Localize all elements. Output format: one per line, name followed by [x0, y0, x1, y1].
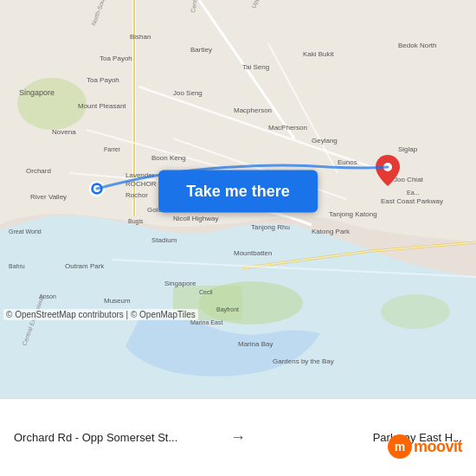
svg-text:Kaki Bukit: Kaki Bukit: [303, 50, 334, 58]
origin-label: Orchard Rd - Opp Somerset St...: [14, 431, 223, 444]
svg-text:East Coast Parkway: East Coast Parkway: [381, 197, 443, 205]
map-attribution: © OpenStreetMap contributors | © OpenMap…: [3, 309, 198, 320]
svg-text:Joo Seng: Joo Seng: [173, 89, 203, 97]
svg-text:Singapore: Singapore: [19, 88, 55, 97]
svg-point-13: [381, 294, 450, 329]
map-container: Singapore Novena Orchard River Valley Gr…: [0, 0, 476, 398]
svg-text:Cecil: Cecil: [199, 289, 213, 295]
svg-text:Nicoll Highway: Nicoll Highway: [173, 215, 218, 222]
svg-text:Boon Keng: Boon Keng: [151, 154, 186, 162]
svg-point-10: [17, 78, 87, 130]
svg-text:River Valley: River Valley: [30, 193, 67, 201]
svg-text:Bayfront: Bayfront: [216, 306, 239, 313]
svg-text:Bartley: Bartley: [190, 46, 212, 54]
svg-text:Siglap: Siglap: [398, 145, 418, 153]
svg-text:Tai Seng: Tai Seng: [242, 63, 269, 71]
svg-text:Marina East: Marina East: [190, 319, 222, 325]
svg-text:Stadium: Stadium: [151, 236, 177, 244]
svg-text:Joo Chiat: Joo Chiat: [394, 176, 424, 183]
svg-text:Orchard: Orchard: [26, 167, 51, 175]
svg-text:Katong Park: Katong Park: [312, 228, 351, 235]
arrow-right-icon: →: [230, 428, 246, 447]
svg-text:Farrer: Farrer: [104, 146, 121, 152]
svg-text:Toa Payoh: Toa Payoh: [100, 55, 132, 62]
svg-text:Mountbatten: Mountbatten: [234, 249, 272, 257]
svg-text:Mount Pleasant: Mount Pleasant: [78, 102, 126, 110]
svg-text:Eunos: Eunos: [338, 158, 357, 166]
svg-text:Tanjong Katong: Tanjong Katong: [329, 210, 377, 218]
svg-text:Geylang: Geylang: [312, 137, 338, 145]
svg-text:Rochor: Rochor: [125, 191, 148, 199]
svg-text:Museum: Museum: [104, 297, 131, 305]
svg-text:Gardens by the Bay: Gardens by the Bay: [273, 357, 334, 365]
svg-text:Tanjong Rhu: Tanjong Rhu: [251, 223, 290, 231]
svg-text:MacPherson: MacPherson: [268, 124, 307, 132]
moovit-logo-icon: m: [388, 434, 412, 459]
moovit-logo: m moovit: [388, 434, 462, 459]
svg-text:Singapore: Singapore: [164, 280, 196, 287]
svg-text:Bishan: Bishan: [130, 33, 151, 41]
moovit-logo-text: moovit: [414, 438, 462, 456]
svg-text:Macpherson: Macpherson: [234, 106, 272, 114]
svg-text:Marina Bay: Marina Bay: [238, 340, 273, 348]
svg-text:Bugis: Bugis: [128, 218, 144, 225]
svg-text:Outram Park: Outram Park: [65, 262, 105, 270]
bottom-bar: Orchard Rd - Opp Somerset St... → Parkwa…: [0, 398, 476, 476]
svg-text:Great World: Great World: [9, 228, 42, 235]
svg-text:Ea...: Ea...: [407, 190, 419, 196]
svg-text:Novena: Novena: [52, 128, 76, 136]
svg-text:Bahru: Bahru: [9, 263, 25, 269]
svg-text:Toa Payoh: Toa Payoh: [87, 76, 119, 84]
svg-text:Bedok North: Bedok North: [398, 42, 436, 49]
take-me-there-button[interactable]: Take me there: [158, 170, 318, 212]
